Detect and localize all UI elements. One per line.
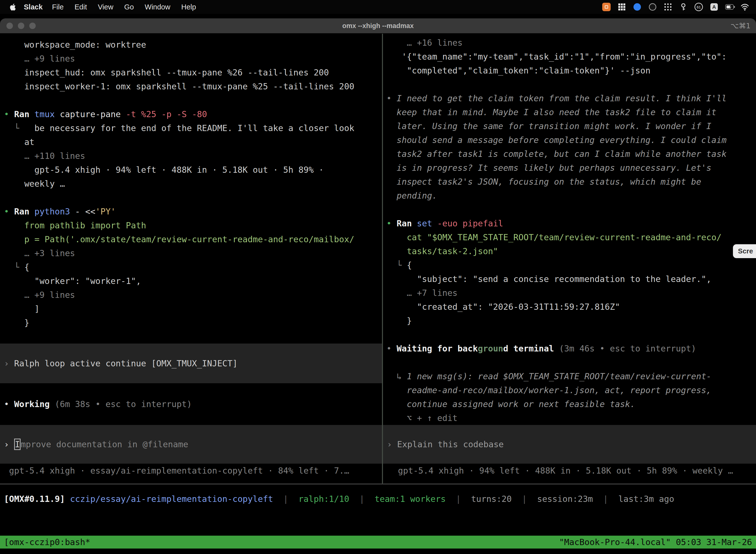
dark-circle-icon[interactable]: [648, 3, 657, 11]
close-button[interactable]: [6, 22, 13, 29]
battery-body: [725, 4, 734, 10]
zoom-button[interactable]: [29, 22, 36, 29]
gauge-value: 61: [697, 5, 701, 9]
text-segment: ›: [4, 358, 14, 368]
menu-view[interactable]: View: [92, 3, 119, 11]
text-segment: at: [4, 137, 35, 147]
right-composer-input[interactable]: › Explain this codebase: [383, 425, 756, 464]
text-segment: Waiting for back: [397, 343, 478, 353]
battery-icon[interactable]: [725, 3, 734, 11]
text-segment: |: [273, 494, 298, 504]
text-segment: … +16 lines: [386, 38, 462, 48]
menu-window[interactable]: Window: [139, 3, 176, 11]
text-segment: |: [512, 494, 537, 504]
terminal-line: ↳ 1 new msg(s): read $OMX_TEAM_STATE_ROO…: [386, 369, 756, 383]
text-segment: "completed","claim_token":"claim-token"}…: [386, 65, 650, 75]
dots-grid-icon[interactable]: [664, 3, 672, 11]
terminal-line: "completed","claim_token":"claim-token"}…: [386, 63, 756, 77]
blank-line: [4, 330, 382, 343]
composer-placeholder: mprove documentation in @filename: [20, 439, 188, 449]
terminal-window: omx --xhigh --madmax ⌥⌘1 workspace_mode:…: [0, 18, 756, 554]
left-model-status: gpt-5.4 xhigh · essay/ai-reimplementatio…: [4, 464, 349, 478]
terminal-line: [OMX#0.11.9] cczip/essay/ai-reimplementa…: [4, 492, 756, 506]
blue-app-icon[interactable]: [633, 3, 641, 11]
terminal-line: "created_at": "2026-03-31T11:59:27.816Z": [386, 300, 756, 314]
text-segment: cat "$OMX_TEAM_STATE_ROOT/team/review-cu…: [386, 232, 721, 242]
text-segment: I need to get the claim token from the c…: [397, 93, 727, 103]
window-title: omx --xhigh --madmax: [342, 22, 414, 30]
apple-menu-icon[interactable]: [9, 3, 17, 11]
terminal-line: cat "$OMX_TEAM_STATE_ROOT/team/review-cu…: [386, 230, 756, 244]
text-segment: should send a message before completing …: [386, 135, 727, 145]
terminal-line: • Ran set -euo pipefail: [386, 216, 756, 230]
text-segment: keep that in mind. Maybe I also need the…: [386, 107, 716, 117]
terminal-line: at: [4, 135, 382, 149]
gauge-61-icon[interactable]: 61: [694, 3, 703, 11]
text-segment: •: [386, 218, 397, 228]
table-grid-icon[interactable]: [618, 3, 626, 11]
text-segment: Ran: [14, 207, 35, 216]
terminal-line: • I need to get the claim token from the…: [386, 91, 756, 105]
menu-help[interactable]: Help: [176, 3, 202, 11]
wifi-icon[interactable]: [741, 3, 749, 11]
text-segment: d terminal: [503, 343, 554, 353]
text-segment: "worker": "worker-1",: [4, 276, 141, 286]
macos-menubar: Slack FileEditViewGoWindowHelp 61 A: [0, 0, 756, 14]
window-titlebar[interactable]: omx --xhigh --madmax ⌥⌘1: [0, 18, 756, 34]
terminal-line: gpt-5.4 xhigh · 94% left · 488K in · 5.1…: [4, 163, 382, 177]
input-source-icon[interactable]: A: [710, 3, 718, 11]
tmux-session-label: [omx-cczip0:bash*: [4, 537, 90, 547]
input-source-letter: A: [710, 3, 718, 11]
blank-line: [4, 383, 382, 397]
screen-overlay-tooltip[interactable]: Scre: [733, 244, 756, 258]
text-segment: {: [24, 262, 29, 272]
terminal-line: keep that in mind. Maybe I also need the…: [386, 105, 756, 119]
text-segment: }: [4, 318, 29, 328]
text-segment: -t %25 -p -S -80: [121, 109, 207, 119]
left-composer-input[interactable]: › Improve documentation in @filename: [0, 425, 382, 464]
right-model-status: gpt-5.4 xhigh · 94% left · 488K in · 5.1…: [393, 464, 733, 478]
text-segment: 1 new msg(s): read $OMX_TEAM_STATE_ROOT/…: [407, 371, 711, 381]
text-segment: "subject": "send a concise recommendatio…: [386, 274, 711, 284]
terminal-line: inspect_hud: omx sparkshell --tmux-pane …: [4, 65, 382, 79]
text-segment: '{"team_name":"my-team","task_id":"1","f…: [386, 52, 727, 62]
terminal-line: • Working (6m 38s • esc to interrupt): [4, 397, 382, 411]
composer-suggestion: Explain this codebase: [397, 439, 504, 449]
omx-session-status: [OMX#0.11.9] cczip/essay/ai-reimplementa…: [0, 485, 756, 506]
text-segment: •: [4, 399, 14, 409]
text-segment: later. Using the same for transition mig…: [386, 121, 711, 131]
key-icon[interactable]: [679, 3, 688, 11]
terminal-line: └ {: [386, 258, 756, 272]
menubar-status-icons: 61 A: [602, 3, 756, 11]
record-inner-shape: [605, 5, 608, 9]
text-segment: [65, 494, 70, 504]
active-app-name[interactable]: Slack: [24, 3, 43, 11]
terminal-line: from pathlib import Path: [4, 218, 382, 232]
terminal-line: "subject": "send a concise recommendatio…: [386, 272, 756, 286]
text-segment: cczip/essay/ai-reimplementation-copyleft: [70, 494, 273, 504]
text-segment: last:3m ago: [618, 494, 674, 504]
text-segment: •: [4, 207, 14, 216]
text-segment: … +110 lines: [4, 151, 85, 161]
text-segment: task2 after task1 is complete, but can I…: [386, 149, 727, 159]
text-segment: inspect_worker-1: omx sparkshell --tmux-…: [4, 81, 354, 91]
minimize-button[interactable]: [18, 22, 24, 29]
right-terminal-pane: … +16 lines '{"team_name":"my-team","tas…: [383, 34, 756, 484]
text-segment: from pathlib import Path: [4, 220, 146, 230]
menu-edit[interactable]: Edit: [69, 3, 92, 11]
text-cursor: I: [14, 439, 20, 450]
window-shortcut-hint: ⌥⌘1: [731, 21, 756, 30]
text-segment: 'PY': [96, 207, 116, 216]
text-segment: Ralph loop active continue [OMX_TMUX_INJ…: [14, 358, 238, 368]
screen-recording-indicator-icon[interactable]: [602, 3, 611, 11]
text-segment: weekly …: [4, 179, 65, 189]
text-segment: … +9 lines: [4, 54, 75, 63]
text-segment: └: [386, 260, 407, 270]
text-segment: [OMX#0.11.9]: [4, 494, 65, 504]
menu-go[interactable]: Go: [119, 3, 139, 11]
blue-app-shape: [633, 3, 641, 11]
menu-file[interactable]: File: [47, 3, 69, 11]
text-segment: pending.: [386, 190, 437, 201]
tmux-host-clock: "MacBook-Pro-44.local" 05:03 31-Mar-26: [559, 537, 752, 547]
text-segment: session:23m: [537, 494, 593, 504]
